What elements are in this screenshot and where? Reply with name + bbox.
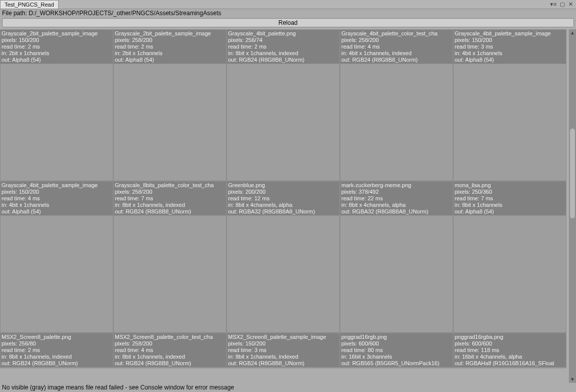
file-name: MSX2_Screen8_palette_sample_image — [228, 334, 338, 340]
thumbnail-cell[interactable]: pnggrad16rgb.png pixels: 600/600 read ti… — [340, 333, 453, 368]
in-label: in: 8bit x 1channels, indexed — [228, 50, 338, 57]
title-bar: Test_PNGCS_Read ▾≡ ▢ ✕ — [0, 0, 576, 9]
pixels-label: pixels: 258/200 — [115, 37, 225, 43]
thumbnail-cell[interactable]: Grayscale_8bits_palette_color_test_cha p… — [113, 181, 227, 333]
pixels-label: pixels: 150/200 — [2, 37, 112, 43]
in-label: in: 8bit x 1channels — [455, 202, 565, 208]
minimize-icon[interactable]: ▢ — [559, 1, 565, 8]
pixels-label: pixels: 200/200 — [228, 189, 338, 195]
file-name: MSX2_Screen8_palette_color_test_cha — [115, 334, 225, 340]
thumbnail-cell[interactable]: Grayscale_4bit_palette_sample_image pixe… — [453, 29, 566, 181]
pixels-label: pixels: 258/200 — [115, 340, 225, 347]
readtime-label: read time: 2 ms — [115, 43, 225, 50]
in-label: in: 16bit x 4channels, alpha — [455, 354, 565, 360]
thumbnail-overlay: Grayscale_4bit_palette_sample_image pixe… — [1, 182, 113, 215]
readtime-label: read time: 4 ms — [341, 43, 452, 50]
thumbnail-grid: Grayscale_2bit_palette_sample_image pixe… — [0, 29, 569, 368]
scroll-up-icon[interactable]: ▲ — [569, 29, 576, 36]
readtime-label: read time: 4 ms — [115, 347, 225, 354]
readtime-label: read time: 22 ms — [341, 195, 452, 202]
out-label: out: RGB565 (B5G6R5_UNormPack16) — [341, 360, 452, 367]
thumbnail-cell[interactable]: Grayscale_4bit_palette_sample_image pixe… — [0, 181, 113, 333]
out-label: out: RGBAHalf (R16G16B16A16_SFloat — [455, 360, 565, 367]
file-name: mark-zuckerberg-meme.png — [341, 182, 452, 189]
thumbnail-overlay: Grayscale_4bit_palette_color_test_cha pi… — [340, 30, 453, 64]
thumbnail-grid-scroll[interactable]: Grayscale_2bit_palette_sample_image pixe… — [0, 29, 569, 383]
in-label: in: 2bit x 1channels — [2, 50, 112, 57]
thumbnail-overlay: pnggrad16rgb.png pixels: 600/600 read ti… — [340, 333, 453, 367]
thumbnail-overlay: MSX2_Screen8_palette_color_test_cha pixe… — [114, 333, 226, 367]
close-icon[interactable]: ✕ — [567, 1, 574, 8]
file-path-label: File path: D:/_WORKSHOP/!PROJECTS/_other… — [0, 9, 576, 17]
pixels-label: pixels: 256/74 — [228, 37, 338, 43]
thumbnail-overlay: Grayscale_2bit_palette_sample_image pixe… — [1, 30, 113, 64]
thumbnail-cell[interactable]: MSX2_Screen8_palette_sample_image pixels… — [227, 333, 340, 368]
in-label: in: 8bit x 1channels, indexed — [115, 202, 225, 208]
scroll-down-icon[interactable]: ▼ — [569, 376, 576, 383]
thumbnail-overlay: Grayscale_4bit_palette_sample_image pixe… — [454, 30, 566, 64]
thumbnail-overlay: MSX2_Screen8_palette.png pixels: 256/80 … — [1, 333, 113, 367]
thumbnail-overlay: Grayscale_2bit_palette_sample_image pixe… — [114, 30, 226, 64]
thumbnail-overlay: Grayscale_8bits_palette_color_test_cha p… — [114, 182, 226, 215]
readtime-label: read time: 80 ms — [341, 347, 452, 354]
readtime-label: read time: 12 ms — [228, 195, 338, 202]
thumbnail-cell[interactable]: mark-zuckerberg-meme.png pixels: 378/492… — [340, 181, 453, 333]
file-name: pnggrad16rgb.png — [341, 334, 452, 340]
toolbar: Reload — [0, 17, 576, 29]
window-tab[interactable]: Test_PNGCS_Read — [0, 0, 59, 9]
in-label: in: 8bit x 1channels, indexed — [2, 354, 112, 360]
file-name: Grayscale_2bit_palette_sample_image — [2, 30, 112, 37]
thumbnail-cell[interactable]: MSX2_Screen8_palette.png pixels: 256/80 … — [0, 333, 113, 368]
out-label: out: RGB24 (R8G8B8_UNorm) — [2, 360, 112, 367]
pixels-label: pixels: 258/200 — [341, 37, 452, 43]
pixels-label: pixels: 600/600 — [341, 340, 452, 347]
file-name: Grayscale_4bit_palette_color_test_cha — [341, 30, 452, 37]
out-label: out: Alpha8 (54) — [455, 57, 565, 63]
out-label: out: Alpha8 (54) — [2, 208, 112, 215]
out-label: out: RGBA32 (R8G8B8A8_UNorm) — [341, 208, 452, 215]
scrollbar-thumb[interactable] — [569, 128, 575, 219]
out-label: out: RGB24 (R8G8B8_UNorm) — [115, 208, 225, 215]
in-label: in: 4bit x 1channels — [2, 202, 112, 208]
file-name: mona_lisa.png — [455, 182, 565, 189]
thumbnail-cell[interactable]: MSX2_Screen8_palette_color_test_cha pixe… — [113, 333, 227, 368]
file-name: pnggrad16rgba.png — [455, 334, 565, 340]
reload-button[interactable]: Reload — [2, 18, 574, 27]
pixels-label: pixels: 150/200 — [2, 189, 112, 195]
out-label: out: Alpha8 (54) — [115, 57, 225, 63]
thumbnail-cell[interactable]: mona_lisa.png pixels: 250/360 read time:… — [453, 181, 566, 333]
pixels-label: pixels: 150/200 — [455, 37, 565, 43]
thumbnail-overlay: MSX2_Screen8_palette_sample_image pixels… — [227, 333, 339, 367]
readtime-label: read time: 2 ms — [228, 43, 338, 50]
thumbnail-overlay: pnggrad16rgba.png pixels: 600/600 read t… — [454, 333, 566, 367]
readtime-label: read time: 2 ms — [2, 347, 112, 354]
dock-icon[interactable]: ▾≡ — [550, 1, 557, 8]
file-name: Grayscale_8bits_palette_color_test_cha — [115, 182, 225, 189]
vertical-scrollbar[interactable]: ▲ ▼ — [569, 29, 576, 383]
out-label: out: RGBA32 (R8G8B8A8_UNorm) — [228, 208, 338, 215]
thumbnail-cell[interactable]: pnggrad16rgba.png pixels: 600/600 read t… — [453, 333, 566, 368]
thumbnail-overlay: mona_lisa.png pixels: 250/360 read time:… — [454, 182, 566, 215]
in-label: in: 8bit x 4channels, alpha — [228, 202, 338, 208]
in-label: in: 4bit x 1channels — [455, 50, 565, 57]
out-label: out: RGB24 (R8G8B8_UNorm) — [228, 360, 338, 367]
in-label: in: 8bit x 4channels, alpha — [341, 202, 452, 208]
file-name: Grayscale_4bit_palette_sample_image — [455, 30, 565, 37]
window-controls: ▾≡ ▢ ✕ — [550, 1, 574, 8]
thumbnail-cell[interactable]: Grayscale_4bit_palette.png pixels: 256/7… — [227, 29, 340, 181]
out-label: out: Alpha8 (54) — [2, 57, 112, 63]
out-label: out: RGB24 (R8G8B8_UNorm) — [115, 360, 225, 367]
thumbnail-overlay: mark-zuckerberg-meme.png pixels: 378/492… — [340, 182, 453, 215]
thumbnail-cell[interactable]: Grayscale_4bit_palette_color_test_cha pi… — [340, 29, 453, 181]
thumbnail-overlay: Greenblue.png pixels: 200/200 read time:… — [227, 182, 339, 215]
thumbnail-cell[interactable]: Grayscale_2bit_palette_sample_image pixe… — [113, 29, 227, 181]
thumbnail-cell[interactable]: Grayscale_2bit_palette_sample_image pixe… — [0, 29, 113, 181]
readtime-label: read time: 4 ms — [2, 195, 112, 202]
pixels-label: pixels: 256/80 — [2, 340, 112, 347]
file-name: MSX2_Screen8_palette.png — [2, 334, 112, 340]
thumbnail-cell[interactable]: Greenblue.png pixels: 200/200 read time:… — [227, 181, 340, 333]
thumbnail-overlay: Grayscale_4bit_palette.png pixels: 256/7… — [227, 30, 339, 64]
readtime-label: read time: 3 ms — [455, 43, 565, 50]
readtime-label: read time: 3 ms — [228, 347, 338, 354]
file-name: Grayscale_4bit_palette.png — [228, 30, 338, 37]
